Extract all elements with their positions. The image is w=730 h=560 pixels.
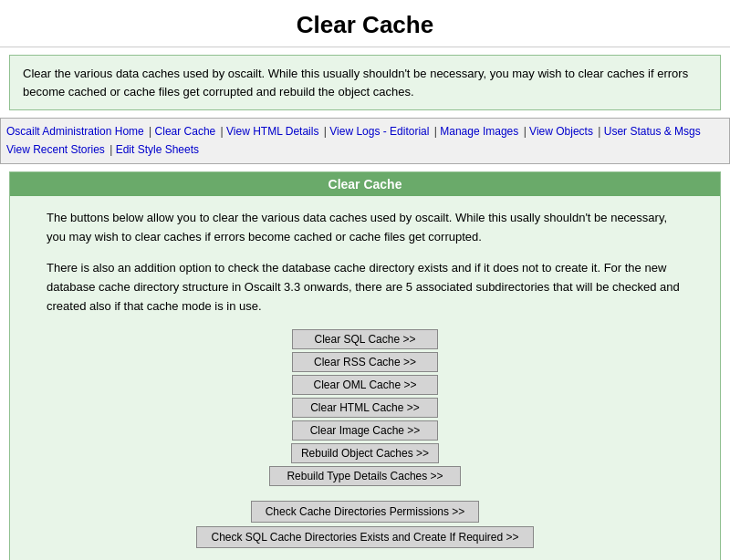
content-paragraph2: There is also an addition option to chec…	[47, 259, 683, 316]
check-sql-cache-directories-button[interactable]: Check SQL Cache Directories Exists and C…	[196, 526, 534, 548]
description-box: Clear the various data caches used by os…	[9, 55, 721, 110]
content-area: Clear Cache The buttons below allow you …	[9, 171, 721, 560]
nav-item-view-objects[interactable]: View Objects	[529, 125, 593, 138]
content-body: The buttons below allow you to clear the…	[10, 196, 720, 560]
check-cache-directories-permissions-button[interactable]: Check Cache Directories Permissions >>	[251, 501, 479, 523]
rebuild-type-details-caches-button[interactable]: Rebuild Type Details Caches >>	[269, 466, 461, 486]
rebuild-object-caches-button[interactable]: Rebuild Object Caches >>	[291, 443, 439, 463]
page-title: Clear Cache	[0, 11, 730, 39]
content-paragraph1: The buttons below allow you to clear the…	[47, 209, 683, 247]
description-text: Clear the various data caches used by os…	[23, 65, 707, 100]
clear-html-cache-button[interactable]: Clear HTML Cache >>	[292, 398, 438, 418]
content-header: Clear Cache	[10, 172, 720, 196]
wide-buttons-section: Check Cache Directories Permissions >> C…	[47, 501, 683, 548]
clear-oml-cache-button[interactable]: Clear OML Cache >>	[292, 375, 438, 395]
nav-bar: Oscailt Administration Home | Clear Cach…	[0, 118, 730, 164]
nav-item-view-logs[interactable]: View Logs - Editorial	[329, 125, 429, 138]
nav-item-clear-cache[interactable]: Clear Cache	[155, 125, 216, 138]
clear-rss-cache-button[interactable]: Clear RSS Cache >>	[292, 352, 438, 372]
page-title-section: Clear Cache	[0, 0, 730, 47]
nav-item-view-recent-stories[interactable]: View Recent Stories	[6, 143, 105, 156]
cache-buttons-section: Clear SQL Cache >> Clear RSS Cache >> Cl…	[47, 329, 683, 486]
nav-item-user-status[interactable]: User Status & Msgs	[604, 125, 701, 138]
clear-sql-cache-button[interactable]: Clear SQL Cache >>	[292, 329, 438, 349]
clear-image-cache-button[interactable]: Clear Image Cache >>	[292, 420, 438, 441]
nav-item-edit-style-sheets[interactable]: Edit Style Sheets	[116, 143, 199, 156]
nav-item-admin-home[interactable]: Oscailt Administration Home	[6, 125, 144, 138]
nav-item-view-html-details[interactable]: View HTML Details	[226, 125, 318, 138]
nav-item-manage-images[interactable]: Manage Images	[440, 125, 518, 138]
